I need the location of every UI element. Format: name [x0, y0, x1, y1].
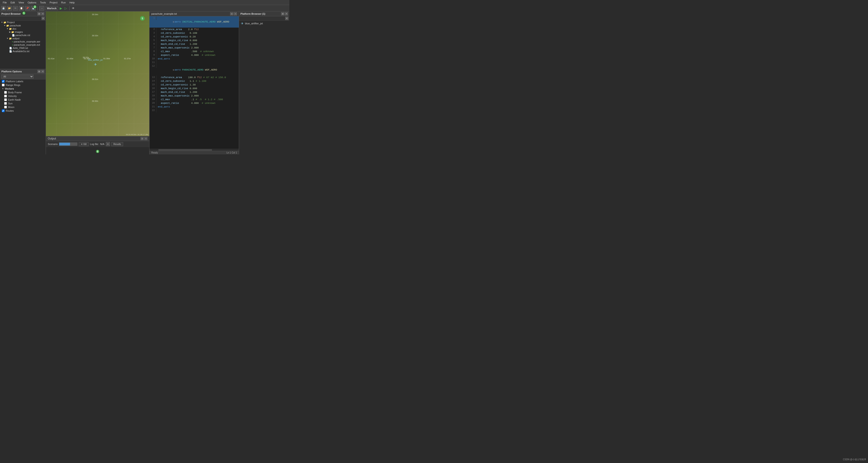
code-line-11: 11: [150, 61, 239, 64]
code-line-19: 19 cl_max .1 # .5 # 1.2 # .500: [150, 98, 239, 101]
menu-options[interactable]: Options: [26, 1, 38, 4]
platform-options-icon2[interactable]: ✕: [41, 70, 44, 73]
tree-root[interactable]: ▼ 📁 Project: [0, 21, 46, 24]
label-moon: Moon: [8, 106, 14, 109]
tree-aer[interactable]: ● parachute_example.aer: [0, 40, 46, 43]
left-panel: Project Browser ⊞ ✕ ✕ ▼ 📁 Project ▼ 📁 pa…: [0, 11, 46, 154]
project-browser-title: Project Browser: [1, 12, 21, 15]
grid-v2: [72, 11, 72, 136]
tree-images[interactable]: ▶ 📁 images: [0, 30, 46, 33]
grid-v1: [56, 11, 57, 136]
menu-tools[interactable]: Tools: [38, 1, 48, 4]
line-content-22: [156, 109, 239, 112]
tree-doc[interactable]: ▼ 📁 doc: [0, 27, 46, 30]
line-num-9: 9: [150, 53, 156, 57]
map-label-v5: 91:37w: [124, 57, 131, 60]
tree-itar-label: AAA_ITAR.txt: [12, 47, 28, 49]
logfile-icon-btn[interactable]: ⊙: [106, 142, 110, 146]
platform-item-airlifter[interactable]: ✈ blue_airlifter_jet: [239, 21, 289, 26]
checkbox-body-frame[interactable]: [4, 91, 7, 94]
option-platform-labels: Platform Labels: [0, 80, 46, 83]
output-toolbar: Scenario ✕ Kill Log file: N/A ⊙ Results: [46, 141, 149, 147]
code-line-6: 6 mach_end_cd_rise 1.200: [150, 42, 239, 46]
kill-button[interactable]: ✕ Kill: [79, 142, 88, 146]
project-browser-icon2[interactable]: ✕: [41, 12, 44, 16]
checkbox-moon[interactable]: [4, 106, 7, 109]
arrow-parachute: ▼: [4, 24, 6, 27]
separator-1: [37, 6, 38, 10]
tree-avail[interactable]: 📄 AvailableGs.txt: [0, 50, 46, 53]
checkbox-range-rings[interactable]: [2, 84, 5, 86]
menu-view[interactable]: View: [17, 1, 26, 4]
output-icon1[interactable]: ⊞: [141, 137, 144, 140]
tree-output[interactable]: ▼ 📁 output: [0, 37, 46, 40]
open-button[interactable]: 📂: [7, 6, 12, 10]
editor-icon2[interactable]: ✕: [234, 12, 237, 16]
menu-project[interactable]: Project: [48, 1, 59, 4]
menu-help[interactable]: Help: [67, 1, 76, 4]
results-button[interactable]: Results: [112, 142, 123, 146]
checkbox-velocity[interactable]: [4, 95, 7, 97]
option-velocity: Velocity: [0, 94, 46, 98]
platform-dropdown-select[interactable]: All: [1, 75, 33, 79]
play-button[interactable]: ▶: [59, 6, 63, 10]
project-browser-icon1[interactable]: ⊞: [37, 12, 41, 16]
editor-hscroll[interactable]: [150, 149, 239, 151]
cut-button[interactable]: ✂: [13, 6, 18, 10]
arrow-button[interactable]: →: [39, 6, 44, 10]
fold-btn-1[interactable]: ⊟: [173, 21, 174, 23]
new-button[interactable]: 💾: [1, 6, 6, 10]
save-button[interactable]: 💾 2: [31, 6, 36, 10]
editor-content[interactable]: 1 ⊟aero INITIAL_PARACHUTE_AERO WSF_AERO …: [150, 16, 239, 149]
tree-parachute-label: parachute: [10, 24, 21, 27]
output-icon2[interactable]: ✕: [144, 137, 148, 140]
checkbox-routes[interactable]: [2, 109, 5, 112]
project-browser: ✕ ▼ 📁 Project ▼ 📁 parachute ▼ 📁 doc ▶ 📁 …: [0, 16, 46, 69]
tree-parachute[interactable]: ▼ 📁 parachute: [0, 24, 46, 27]
arrow-doc: ▼: [6, 28, 8, 30]
editor-hscroll-thumb: [158, 149, 212, 151]
editor-icon1[interactable]: ⊞: [230, 12, 233, 16]
label-routes: Routes: [6, 109, 14, 112]
line-content-8: cl_max .500 # unknown: [156, 50, 239, 53]
tree-close-btn[interactable]: ✕: [41, 17, 45, 20]
tree-root-label: Project: [7, 21, 15, 24]
badge-6: 6: [95, 149, 100, 153]
line-content-9: aspect_ratio 4.000 # unknown: [156, 53, 239, 57]
menu-run[interactable]: Run: [59, 1, 67, 4]
option-moon: Moon: [0, 105, 46, 109]
tree-rst[interactable]: 📄 parachute.rst: [0, 33, 46, 37]
copy-button[interactable]: 📋: [19, 6, 24, 10]
line-num-3: 3: [150, 31, 156, 35]
aircraft-icon[interactable]: ✈: [94, 62, 97, 67]
checkbox-sun[interactable]: [4, 102, 7, 105]
menu-edit[interactable]: Edit: [9, 1, 17, 4]
code-line-2: 2 reference_area 2.0 ft2: [150, 28, 239, 31]
tree-evt[interactable]: ● parachute_example.evt: [0, 43, 46, 47]
platform-browser-icon2[interactable]: ✕: [285, 12, 288, 16]
map-area[interactable]: 39:34n 39:33n 39:32n 39:31n 39:30n 91:41…: [46, 11, 149, 136]
checkbox-platform-labels[interactable]: [2, 80, 5, 83]
map-label-v2: 91:40w: [67, 57, 73, 60]
editor-header: parachute_example.txt ⊞ ✕: [150, 11, 239, 16]
play-fast-button[interactable]: ▷: [64, 6, 68, 10]
vectors-arrow: ▼: [2, 88, 4, 90]
editor-status-pos: Ln 1 Col 1: [226, 151, 237, 154]
map-label-h5: 39:30n: [92, 100, 98, 102]
tree-itar[interactable]: 📄 AAA_ITAR.txt: [0, 47, 46, 50]
code-line-18: 18 mach_max_supersonic 2.000: [150, 94, 239, 98]
checkbox-earth-nadir[interactable]: [4, 98, 7, 101]
paste-button[interactable]: 📌: [25, 6, 30, 10]
line-content-4: cd_zero_supersonic 0.20: [156, 35, 239, 38]
line-num-15: 15: [150, 83, 156, 87]
output-area: Output ⊞ ✕ Scenario ✕ Kill Log file: N/A…: [46, 136, 149, 154]
menu-file[interactable]: File: [1, 1, 9, 4]
platform-browser-icon1[interactable]: ⊞: [281, 12, 284, 16]
fold-btn-12[interactable]: ⊟: [173, 69, 174, 71]
option-sun: Sun: [0, 102, 46, 105]
arrow-project: ▼: [1, 21, 3, 24]
view-button[interactable]: 👁: [71, 7, 75, 10]
scenario-text: Scenario: [48, 143, 58, 145]
platform-browser-close-btn[interactable]: ✕: [285, 17, 288, 20]
platform-options-icon1[interactable]: ⊞: [37, 70, 41, 73]
